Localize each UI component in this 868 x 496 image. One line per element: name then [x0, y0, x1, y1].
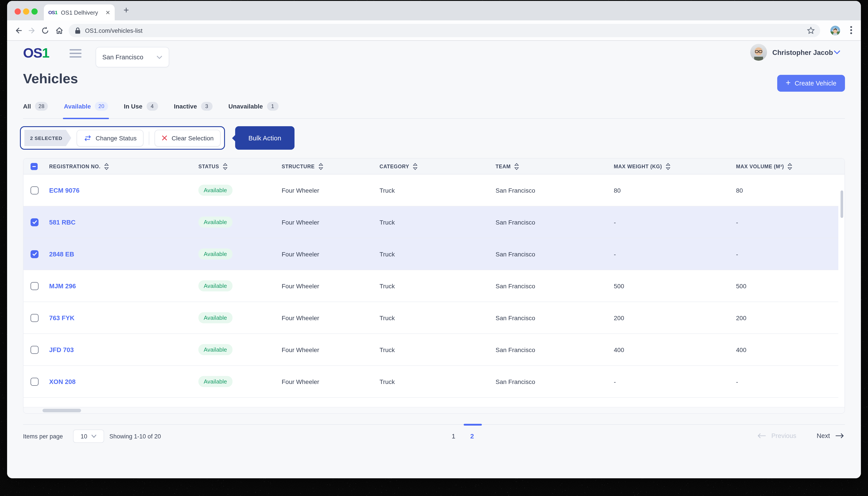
showing-range-text: Showing 1-10 of 20 — [109, 433, 161, 440]
minimize-window-button[interactable] — [23, 9, 29, 15]
row-checkbox[interactable] — [31, 250, 38, 258]
team-cell: San Francisco — [496, 314, 614, 321]
column-header-label: CATEGORY — [379, 164, 409, 169]
filter-tab-all[interactable]: All28 — [23, 101, 48, 118]
select-all-checkbox[interactable] — [31, 163, 37, 170]
sort-icon[interactable] — [104, 163, 109, 170]
registration-number-link[interactable]: 763 FYK — [49, 314, 74, 321]
registration-number-link[interactable]: ECM 9076 — [49, 187, 79, 194]
horizontal-scrollbar[interactable] — [24, 407, 844, 413]
max-volume-cell: - — [736, 250, 838, 258]
zoom-window-button[interactable] — [31, 9, 37, 15]
arrow-right-icon — [835, 433, 844, 438]
status-badge: Available — [198, 344, 232, 355]
sort-icon[interactable] — [413, 163, 418, 170]
column-header: MAX VOLUME (M³) — [736, 163, 844, 170]
sort-icon[interactable] — [222, 163, 228, 170]
create-vehicle-button[interactable]: + Create Vehicle — [777, 75, 845, 92]
next-page-button[interactable]: Next — [817, 432, 844, 439]
divider — [149, 131, 150, 144]
browser-tab[interactable]: OS1 OS1 Delhivery ✕ — [44, 4, 115, 20]
sort-icon[interactable] — [666, 163, 670, 170]
horizontal-scrollbar-thumb[interactable] — [43, 409, 81, 412]
team-cell: San Francisco — [496, 282, 614, 290]
location-selector[interactable]: San Francisco — [96, 47, 169, 67]
bulk-action-button[interactable]: Bulk Action — [235, 126, 294, 150]
row-checkbox[interactable] — [31, 314, 38, 322]
change-status-button[interactable]: Change Status — [77, 129, 144, 146]
column-header: CATEGORY — [379, 163, 496, 170]
max-volume-cell: 500 — [736, 282, 838, 290]
table-row: 2848 EBAvailableFour WheelerTruckSan Fra… — [24, 238, 838, 270]
registration-number-link[interactable]: XON 208 — [49, 378, 76, 385]
tab-close-icon[interactable]: ✕ — [105, 9, 110, 16]
row-checkbox[interactable] — [31, 282, 38, 290]
sort-icon[interactable] — [787, 163, 792, 170]
address-bar[interactable]: OS1.com/vehicles-list — [69, 24, 820, 37]
structure-cell: Four Wheeler — [282, 250, 379, 258]
browser-menu-icon[interactable] — [850, 25, 852, 35]
column-header: STRUCTURE — [282, 163, 379, 170]
filter-tab-count-badge: 28 — [35, 102, 48, 110]
forward-icon[interactable] — [28, 26, 36, 35]
status-badge: Available — [198, 185, 232, 196]
bulk-selection-bar: 2 SELECTED Change Status Clear Selection — [20, 126, 225, 150]
browser-profile-avatar[interactable] — [831, 26, 840, 35]
table-row: 763 FYKAvailableFour WheelerTruckSan Fra… — [24, 302, 838, 334]
sort-icon[interactable] — [514, 163, 519, 170]
reload-icon[interactable] — [41, 26, 50, 35]
vertical-scrollbar-thumb[interactable] — [840, 190, 843, 218]
page-number-1[interactable]: 1 — [449, 432, 458, 440]
registration-number-link[interactable]: 2848 EB — [49, 250, 74, 258]
max-weight-cell: - — [614, 250, 736, 258]
registration-number-link[interactable]: 581 RBC — [49, 219, 76, 226]
table-body: ECM 9076AvailableFour WheelerTruckSan Fr… — [24, 174, 838, 414]
filter-tab-label: In Use — [124, 103, 142, 110]
check-icon — [32, 220, 37, 224]
column-header: REGISTRATION NO. — [49, 163, 198, 170]
max-weight-cell: 200 — [614, 314, 736, 321]
sort-icon[interactable] — [318, 163, 323, 170]
row-checkbox[interactable] — [31, 377, 38, 386]
row-checkbox[interactable] — [31, 346, 38, 354]
filter-tab-unavailable[interactable]: Unavailable1 — [228, 101, 278, 118]
home-icon[interactable] — [55, 26, 64, 35]
status-badge: Available — [198, 280, 232, 291]
close-window-button[interactable] — [15, 9, 21, 15]
team-cell: San Francisco — [496, 346, 614, 353]
back-icon[interactable] — [14, 26, 23, 35]
registration-number-link[interactable]: JFD 703 — [49, 346, 74, 353]
filter-tab-inactive[interactable]: Inactive3 — [174, 101, 212, 118]
clear-x-icon — [162, 135, 168, 141]
lock-icon — [75, 27, 81, 34]
registration-number-link[interactable]: MJM 296 — [49, 282, 76, 290]
category-cell: Truck — [379, 250, 496, 258]
max-volume-cell: - — [736, 378, 838, 385]
tab-favicon: OS1 — [48, 10, 57, 15]
window-controls[interactable] — [15, 9, 37, 15]
check-icon — [32, 252, 37, 256]
new-tab-button[interactable]: + — [121, 6, 131, 16]
table-row: XON 208AvailableFour WheelerTruckSan Fra… — [24, 366, 838, 398]
max-weight-cell: 400 — [614, 346, 736, 353]
filter-tab-available[interactable]: Available20 — [64, 101, 108, 118]
screen: OS1 OS1 Delhivery ✕ + OS1.com/vehicles-l… — [0, 0, 868, 496]
row-checkbox[interactable] — [31, 218, 38, 226]
page-number-2[interactable]: 2 — [468, 432, 477, 440]
column-header-label: STATUS — [198, 164, 219, 169]
filter-tab-count-badge: 4 — [146, 102, 158, 110]
filter-tab-in-use[interactable]: In Use4 — [124, 101, 158, 118]
user-avatar[interactable] — [750, 44, 767, 61]
hamburger-menu-icon[interactable] — [69, 49, 81, 58]
user-menu-chevron-icon[interactable] — [834, 50, 840, 55]
structure-cell: Four Wheeler — [282, 282, 379, 290]
clear-selection-button[interactable]: Clear Selection — [155, 129, 221, 146]
column-header-label: TEAM — [496, 164, 511, 169]
column-header: STATUS — [198, 163, 282, 170]
row-checkbox[interactable] — [31, 186, 38, 194]
chevron-down-icon — [91, 434, 96, 438]
bookmark-star-icon[interactable] — [807, 27, 815, 34]
previous-page-button[interactable]: Previous — [757, 432, 796, 439]
max-weight-cell: 500 — [614, 282, 736, 290]
items-per-page-select[interactable]: 10 — [73, 430, 104, 443]
